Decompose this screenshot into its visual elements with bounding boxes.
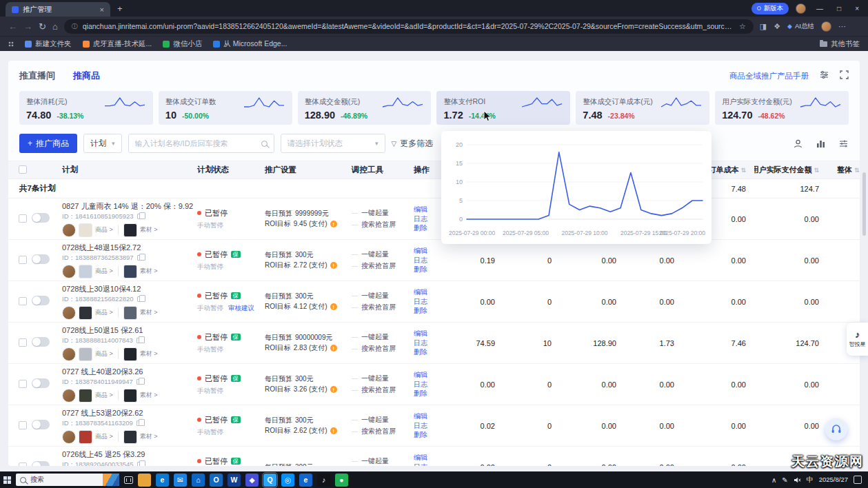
row-action-link[interactable]: 编辑	[414, 329, 445, 338]
back-button[interactable]: ←	[8, 21, 17, 32]
control-tool[interactable]: —一键起量	[352, 456, 414, 466]
row-checkbox[interactable]	[19, 297, 27, 305]
warning-icon[interactable]: !	[330, 262, 337, 269]
control-tool[interactable]: —一键起量	[352, 291, 414, 301]
product-manual-link[interactable]: 商品全域推广产品手册	[729, 71, 809, 81]
taskbar-search[interactable]: 搜索	[16, 474, 119, 486]
plan-toggle[interactable]	[32, 254, 50, 264]
stat-card[interactable]: 整体支付ROI 1.72 -14.43%	[436, 91, 570, 125]
column-header-metric[interactable]: 用户实际支付金额⇅	[754, 165, 827, 175]
bookmark-item[interactable]: 微信小店	[163, 39, 202, 49]
tab-close-icon[interactable]: ×	[100, 6, 104, 14]
row-action-link[interactable]: 删除	[414, 265, 445, 274]
warning-icon[interactable]: !	[330, 427, 337, 434]
qq-icon[interactable]: Q	[263, 474, 276, 487]
plan-toggle[interactable]	[32, 461, 50, 467]
other-bookmarks[interactable]: 其他书签	[820, 39, 860, 49]
search-input[interactable]	[135, 139, 257, 148]
plan-title[interactable]: 0728线上50退15 保2.61	[62, 325, 197, 336]
row-checkbox[interactable]	[19, 462, 27, 467]
browser-icon[interactable]: ◎	[281, 474, 294, 487]
control-tool[interactable]: —搜索抢首屏	[352, 344, 414, 354]
tiktok-icon[interactable]: ♪	[317, 474, 330, 487]
store-icon[interactable]: ⌂	[192, 474, 205, 487]
bookmark-item[interactable]: 虎牙直播-技术延...	[83, 39, 152, 49]
copy-icon[interactable]	[137, 379, 141, 385]
browser-profile-avatar[interactable]	[796, 3, 806, 14]
row-checkbox[interactable]	[19, 380, 27, 388]
browser-tab[interactable]: 推广管理 ×	[6, 2, 110, 17]
row-checkbox[interactable]	[19, 256, 27, 264]
clock-date[interactable]: 2025/8/27	[819, 476, 848, 483]
control-tool[interactable]: —一键起量	[352, 374, 414, 383]
plan-status-select[interactable]: 请选择计划状态▾	[281, 134, 385, 153]
control-tool[interactable]: —一键起量	[352, 250, 414, 259]
edge-dev-icon[interactable]: e	[299, 474, 312, 487]
warning-icon[interactable]: !	[330, 221, 337, 227]
daily-image-thumbnail[interactable]	[103, 474, 119, 486]
notification-center-icon[interactable]	[854, 476, 862, 484]
window-maximize-button[interactable]: □	[834, 5, 845, 12]
row-checkbox[interactable]	[19, 421, 27, 429]
copy-icon[interactable]	[137, 420, 141, 426]
warning-icon[interactable]: !	[330, 386, 337, 393]
copy-icon[interactable]	[137, 214, 142, 219]
apps-grid-icon[interactable]	[8, 41, 14, 47]
product-chip[interactable]: 商品 >	[95, 391, 113, 400]
outlook-icon[interactable]: O	[210, 474, 223, 487]
plan-type-select[interactable]: 计划▾	[83, 134, 122, 153]
bookmark-star-icon[interactable]: ☆	[739, 22, 746, 31]
product-chip[interactable]: 商品 >	[95, 308, 113, 317]
material-thumbnail[interactable]	[123, 347, 137, 361]
extensions-icon[interactable]: ❖	[774, 22, 780, 31]
row-action-link[interactable]: 日志	[414, 338, 445, 348]
row-action-link[interactable]: 编辑	[414, 246, 445, 256]
product-chip[interactable]: 商品 >	[95, 349, 113, 358]
product-thumbnail[interactable]	[79, 306, 92, 320]
material-thumbnail[interactable]	[123, 306, 137, 320]
row-action-link[interactable]: 编辑	[414, 411, 445, 421]
row-checkbox[interactable]	[19, 214, 27, 223]
sort-icon[interactable]: ⇅	[740, 167, 746, 174]
plan-title[interactable]: 0726线上45 退25 保3.29	[62, 449, 197, 460]
copy-icon[interactable]	[137, 462, 142, 466]
row-action-link[interactable]: 删除	[414, 306, 445, 316]
material-chip[interactable]: 素材 >	[140, 432, 158, 441]
url-field[interactable]: ⓘ qianchuan.jinritemai.com/uni-prom?aavi…	[64, 19, 754, 34]
more-filters-button[interactable]: ▽更多筛选	[392, 138, 434, 150]
row-action-link[interactable]: 删除	[414, 389, 445, 398]
fullscreen-icon[interactable]	[840, 70, 849, 82]
control-tool[interactable]: —搜索抢首屏	[352, 220, 414, 230]
stat-card[interactable]: 整体成交订单数 10 -50.00%	[159, 91, 292, 125]
row-action-link[interactable]: 编辑	[414, 370, 445, 380]
member-icon[interactable]	[793, 139, 803, 149]
control-tool[interactable]: —一键起量	[352, 208, 414, 218]
window-close-button[interactable]: ×	[851, 5, 862, 12]
row-action-link[interactable]: 日志	[414, 297, 445, 307]
stat-card[interactable]: 用户实际支付金额(元) 124.70 -48.62%	[715, 91, 849, 125]
plan-toggle[interactable]	[32, 337, 50, 347]
plan-title[interactable]: 0727 线上53退20保2.62	[62, 408, 197, 418]
material-chip[interactable]: 素材 >	[140, 225, 158, 234]
select-all-checkbox[interactable]	[19, 165, 27, 174]
plan-toggle[interactable]	[32, 420, 50, 429]
plan-toggle[interactable]	[32, 213, 50, 223]
site-info-icon[interactable]: ⓘ	[72, 22, 78, 31]
row-action-link[interactable]: 日志	[414, 256, 445, 265]
column-header-metric[interactable]: 整体⇅	[827, 165, 860, 175]
tab-live-room[interactable]: 推直播间	[19, 70, 55, 82]
stat-card[interactable]: 整体消耗(元) 74.80 -38.13%	[19, 91, 153, 125]
home-button[interactable]: ⌂	[52, 21, 58, 32]
volume-icon[interactable]	[794, 476, 801, 484]
start-button[interactable]	[3, 476, 11, 484]
material-chip[interactable]: 素材 >	[140, 267, 158, 276]
column-chart-icon[interactable]	[816, 139, 826, 149]
control-tool[interactable]: —搜索抢首屏	[352, 303, 414, 312]
copy-icon[interactable]	[137, 338, 141, 343]
product-chip[interactable]: 商品 >	[95, 225, 113, 234]
sort-icon[interactable]: ⇅	[854, 167, 860, 174]
plan-title[interactable]: 0827 儿童雨衣 14% 退：20% 保：9.92	[62, 201, 197, 212]
control-tool[interactable]: —搜索抢首屏	[352, 385, 414, 395]
forward-button[interactable]: →	[23, 21, 32, 32]
control-tool[interactable]: —搜索抢首屏	[352, 261, 414, 271]
